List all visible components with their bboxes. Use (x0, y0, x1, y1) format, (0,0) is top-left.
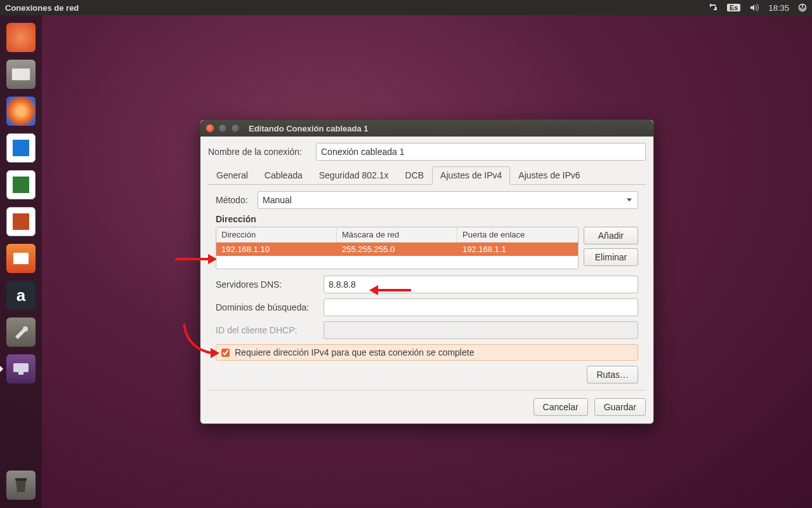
addr-cell-gateway: 192.168.1.1 (457, 243, 578, 256)
addr-header-address: Dirección (216, 227, 337, 243)
cancel-button[interactable]: Cancelar (534, 398, 588, 416)
launcher-files[interactable] (4, 58, 37, 91)
launcher-dash[interactable] (4, 21, 37, 54)
svg-rect-5 (15, 478, 27, 481)
add-address-button[interactable]: Añadir (584, 227, 638, 244)
dhcp-id-input (324, 321, 638, 339)
tab-ipv4[interactable]: Ajustes de IPv4 (432, 166, 510, 185)
tab-dcb[interactable]: DCB (397, 166, 433, 185)
launcher: a (0, 15, 42, 508)
top-menubar: Conexiones de red Es 18:35 (0, 0, 812, 15)
launcher-calc[interactable] (4, 168, 37, 201)
tab-cableada[interactable]: Cableada (256, 166, 311, 185)
routes-button[interactable]: Rutas… (587, 366, 638, 384)
method-select[interactable]: Manual (258, 191, 638, 209)
tab-ipv6[interactable]: Ajustes de IPv6 (510, 166, 588, 185)
launcher-trash[interactable] (4, 469, 37, 502)
window-close-icon[interactable] (206, 124, 214, 133)
addr-header-mask: Máscara de red (337, 227, 457, 243)
launcher-firefox[interactable] (4, 95, 37, 128)
dhcp-id-label: ID del cliente DHCP: (216, 325, 324, 335)
network-indicator-icon[interactable] (708, 3, 718, 12)
dialog-title: Editando Conexión cableada 1 (249, 124, 369, 133)
tab-seguridad[interactable]: Seguridad 802.1x (311, 166, 397, 185)
dialog-titlebar[interactable]: Editando Conexión cableada 1 (200, 120, 653, 137)
require-ipv4-checkbox[interactable] (221, 349, 230, 357)
launcher-settings[interactable] (4, 316, 37, 349)
address-table[interactable]: Dirección Máscara de red Puerta de enlac… (216, 227, 579, 269)
tab-general[interactable]: General (208, 166, 256, 185)
launcher-network[interactable] (4, 352, 37, 385)
network-editor-dialog: Editando Conexión cableada 1 Nombre de l… (200, 119, 654, 424)
addr-cell-address: 192.168.1.10 (216, 243, 337, 256)
launcher-writer[interactable] (4, 131, 37, 164)
session-indicator-icon[interactable] (798, 3, 807, 12)
launcher-amazon[interactable]: a (4, 279, 37, 312)
launcher-software[interactable] (4, 242, 37, 275)
svg-rect-4 (18, 372, 23, 375)
menubar-title: Conexiones de red (5, 3, 79, 13)
address-row[interactable]: 192.168.1.10 255.255.255.0 192.168.1.1 (216, 243, 578, 256)
tabs: General Cableada Seguridad 802.1x DCB Aj… (208, 166, 646, 185)
clock[interactable]: 18:35 (768, 3, 789, 13)
sound-indicator-icon[interactable] (749, 3, 759, 12)
address-section-label: Dirección (216, 214, 646, 224)
svg-point-2 (23, 326, 28, 331)
connection-name-label: Nombre de la conexión: (208, 147, 316, 157)
delete-address-button[interactable]: Eliminar (584, 248, 638, 266)
addr-cell-mask: 255.255.255.0 (337, 243, 457, 256)
dns-input[interactable] (324, 276, 638, 293)
require-ipv4-label: Requiere dirección IPv4 para que esta co… (235, 347, 474, 358)
window-maximize-icon[interactable] (231, 124, 240, 133)
save-button[interactable]: Guardar (594, 398, 646, 416)
svg-rect-3 (13, 363, 29, 372)
dns-label: Servidores DNS: (216, 279, 324, 290)
connection-name-input[interactable] (316, 143, 646, 161)
method-label: Método: (216, 195, 258, 205)
addr-header-gateway: Puerta de enlace (457, 227, 578, 243)
window-minimize-icon[interactable] (218, 124, 227, 133)
keyboard-indicator[interactable]: Es (727, 4, 740, 11)
search-domains-label: Dominios de búsqueda: (216, 302, 324, 312)
search-domains-input[interactable] (324, 298, 638, 316)
launcher-impress[interactable] (4, 205, 37, 238)
